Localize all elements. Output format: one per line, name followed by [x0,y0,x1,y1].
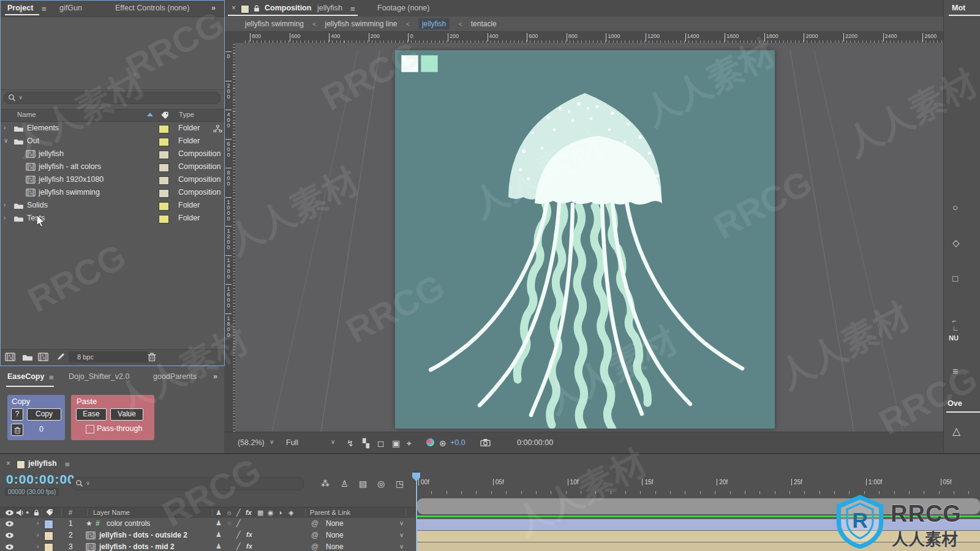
quality-icon[interactable]: ╱ [236,542,241,550]
shy-icon[interactable]: ♟ [216,519,222,527]
quality-icon[interactable]: ╱ [236,531,241,539]
adjustment-layer-icon[interactable]: ◑ [278,509,282,516]
breadcrumb-item[interactable]: jellyfish swimming [245,20,304,28]
lock-icon[interactable] [252,4,261,12]
channel-checker-icon[interactable]: ▚ [363,438,369,448]
label-tag-icon[interactable] [160,111,169,119]
easecopy-menu-icon[interactable]: ≡ [49,373,54,382]
comp-panel-menu-icon[interactable]: ≡ [350,4,355,13]
composition-mini-flowchart-icon[interactable]: ⁂ [321,479,330,489]
exposure-shutter-icon[interactable]: ⊛ [439,438,447,448]
panel-menu-icon[interactable]: ≡ [952,366,958,377]
label-color-chip[interactable] [44,520,53,529]
disclosure-collapsed-icon[interactable]: › [4,201,6,208]
null-label[interactable]: NU [949,334,959,342]
composition-frame[interactable] [395,50,775,429]
3d-layer-icon[interactable]: ◈ [288,509,293,517]
parent-dropdown[interactable]: None [326,542,344,551]
timeline-menu-icon[interactable]: ≡ [65,460,70,469]
disclosure-collapsed-icon[interactable]: › [37,543,39,550]
exposure-value[interactable]: +0.0 [450,438,466,447]
diamond-tool-icon[interactable]: ◇ [952,238,960,249]
layer-row-2[interactable]: › 2 jellyfish - dots - outside 2 ♟ ╱ fx … [0,530,416,542]
project-row-jellyfish[interactable]: jellyfish Composition [0,148,224,161]
region-of-interest-icon[interactable]: ▣ [392,438,400,448]
column-type[interactable]: Type [179,111,194,118]
collapse-sun-icon[interactable]: ☼ [226,519,232,527]
disclosure-expanded-icon[interactable]: ∨ [4,137,8,144]
label-color-chip[interactable] [159,202,169,211]
breadcrumb-item[interactable]: jellyfish swimming line [325,20,397,28]
chevron-down-icon[interactable]: ∨ [270,438,274,445]
column-parent-link[interactable]: Parent & Link [310,509,350,516]
new-folder-icon[interactable] [22,353,32,361]
snapshot-icon[interactable]: ↯ [347,438,354,448]
tab-overflow-icon[interactable]: » [211,4,216,12]
label-color-chip[interactable] [159,215,169,223]
graph-editor-icon[interactable]: ◳ [396,479,404,489]
shy-icon[interactable]: ♟ [216,531,222,539]
copy-clear-button[interactable] [11,424,23,436]
timeline-time-ruler[interactable]: 00f05f10f15f20f25f1:00f05f [417,473,980,495]
circle-tool-icon[interactable]: ○ [952,202,958,212]
timeline-timecode[interactable]: 0:00:00:00 [6,472,75,487]
video-eye-icon[interactable] [5,520,14,527]
grid-guides-icon[interactable]: ⌖ [407,438,412,449]
tab-composition-name[interactable]: jellyfish [317,4,342,12]
shy-icon[interactable]: ♟ [216,509,222,517]
magnification-dropdown[interactable]: Full [286,438,298,447]
tab-overflow-icon[interactable]: » [213,372,217,381]
tab-dojo-shifter[interactable]: Dojo_Shifter_v2.0 [69,372,129,381]
breadcrumb-item-active[interactable]: jellyfish [418,18,450,29]
horizontal-ruler[interactable]: 8006004002000200400600800100012001400160… [224,32,943,43]
vertical-ruler[interactable]: 020040060080010001200140016001800 [224,43,236,432]
column-layer-name[interactable]: Layer Name [93,509,130,516]
label-color-chip[interactable] [44,531,53,541]
project-row-tests[interactable]: › Tests Folder [0,212,224,225]
fx-icon[interactable]: fx [246,531,252,538]
new-composition-icon[interactable] [38,353,48,361]
label-color-chip[interactable] [44,543,53,551]
paste-value-button[interactable]: Value [110,408,143,421]
frame-blend-icon[interactable]: ▤ [359,479,367,489]
tab-composition-title[interactable]: Composition [265,4,311,12]
label-color-chip[interactable] [159,138,169,146]
quality-icon[interactable]: ╱ [236,519,241,527]
motion-blur-icon[interactable]: ◎ [377,479,385,489]
chevron-down-icon[interactable]: ∨ [331,438,335,445]
shy-toggle-icon[interactable]: ♙ [341,479,349,489]
composition-viewport[interactable] [235,43,943,432]
quality-icon[interactable]: ╱ [236,509,241,517]
viewer-timecode[interactable]: 0:00:00:00 [517,438,553,447]
pickwhip-icon[interactable]: @ [311,542,318,551]
motion-blur-icon[interactable]: ◉ [268,509,274,517]
disclosure-collapsed-icon[interactable]: › [4,124,6,131]
project-row-jellyfish-alt-colors[interactable]: jellyfish - alt colors Composition [0,161,224,174]
close-tab-icon[interactable]: × [6,459,10,468]
bit-depth-button[interactable]: 8 bpc [69,351,148,362]
collapse-sun-icon[interactable]: ☼ [226,509,232,516]
tab-goodparents[interactable]: goodParents [153,372,197,381]
triangle-tool-icon[interactable]: △ [952,425,960,438]
layer-name[interactable]: jellyfish - dots - mid 2 [99,542,175,551]
tab-overlay[interactable]: Ove [948,399,962,408]
project-row-jellyfish-swimming[interactable]: jellyfish swimming Composition [0,187,224,200]
lock-icon[interactable] [32,509,40,516]
timeline-tab-name[interactable]: jellyfish [28,459,57,468]
solo-icon[interactable]: ● [26,509,29,515]
sort-ascending-icon[interactable] [147,113,153,116]
layer-duration-bar-1[interactable] [417,519,980,530]
square-tool-icon[interactable]: □ [952,273,958,283]
column-number[interactable]: # [69,509,72,516]
tab-motion[interactable]: Mot [952,4,965,12]
disclosure-collapsed-icon[interactable]: › [37,520,39,527]
playhead-line[interactable] [416,473,417,551]
tab-effect-controls[interactable]: Effect Controls (none) [115,4,189,12]
tab-easecopy[interactable]: EaseCopy [7,372,44,381]
project-panel-menu-icon[interactable]: ≡ [42,4,47,13]
work-area-bar[interactable] [417,498,980,514]
parent-dropdown[interactable]: None [326,519,344,528]
layer-duration-bar-3[interactable] [417,542,980,551]
label-color-chip[interactable] [159,189,169,198]
video-eye-icon[interactable] [5,544,14,550]
